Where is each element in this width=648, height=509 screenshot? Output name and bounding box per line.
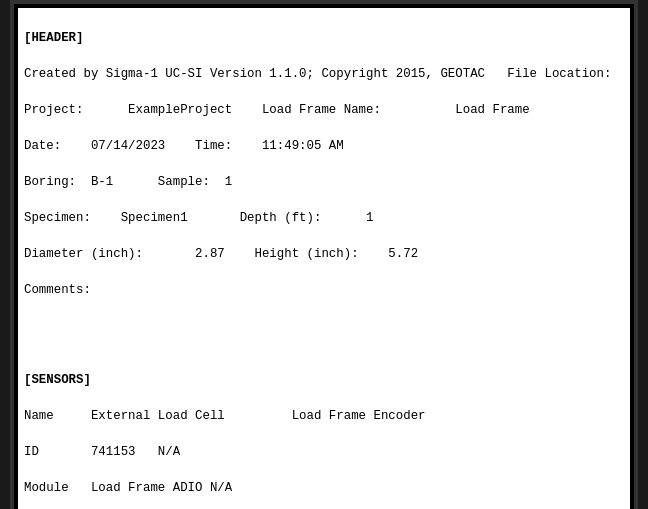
- sensors-line2: ID 741153 N/A: [24, 444, 624, 462]
- header-line3: Date: 07/14/2023 Time: 11:49:05 AM: [24, 138, 624, 156]
- sensors-label: [SENSORS]: [24, 372, 624, 390]
- header-line2: Project: ExampleProject Load Frame Name:…: [24, 102, 624, 120]
- header-line6: Diameter (inch): 2.87 Height (inch): 5.7…: [24, 246, 624, 264]
- window-frame: [HEADER] Created by Sigma-1 UC-SI Versio…: [10, 0, 638, 509]
- header-blank: [24, 336, 624, 354]
- header-label: [HEADER]: [24, 30, 624, 48]
- header-line7: Comments:: [24, 282, 624, 300]
- content-area: [HEADER] Created by Sigma-1 UC-SI Versio…: [18, 8, 630, 509]
- sensors-line3: Module Load Frame ADIO N/A: [24, 480, 624, 498]
- header-line1: Created by Sigma-1 UC-SI Version 1.1.0; …: [24, 66, 624, 84]
- header-line4: Boring: B-1 Sample: 1: [24, 174, 624, 192]
- sensors-line1: Name External Load Cell Load Frame Encod…: [24, 408, 624, 426]
- header-line5: Specimen: Specimen1 Depth (ft): 1: [24, 210, 624, 228]
